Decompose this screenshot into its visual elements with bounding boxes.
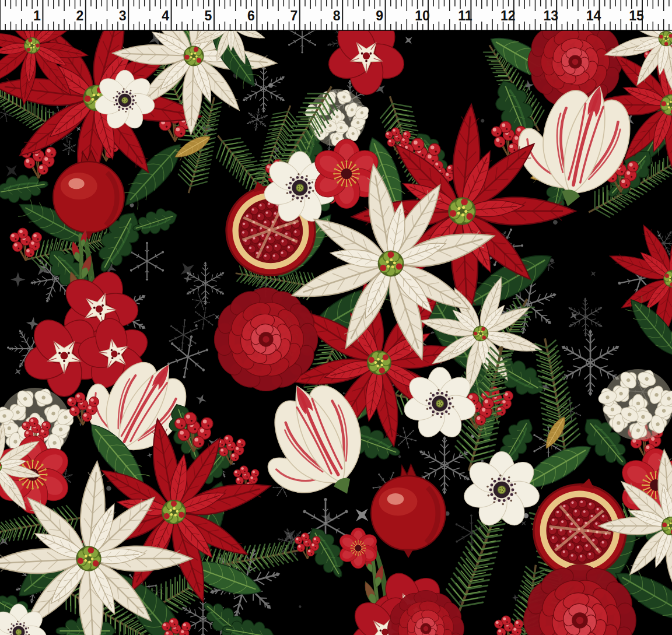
fabric-print-canvas: 12345678910111213141516: [0, 0, 672, 635]
ruler-number: 3: [119, 8, 127, 23]
ruler-number: 10: [415, 8, 430, 23]
ruler-number: 13: [543, 8, 558, 23]
ruler-number: 7: [290, 8, 298, 23]
ruler-number: 9: [376, 8, 383, 23]
ruler-number: 8: [333, 8, 341, 23]
inch-ruler: 12345678910111213141516: [0, 0, 672, 30]
ruler-number: 5: [205, 8, 212, 23]
ruler-number: 12: [501, 8, 516, 23]
ruler-number: 2: [76, 8, 83, 23]
ruler-number: 11: [458, 8, 473, 23]
ruler-number: 14: [586, 8, 601, 23]
ruler-number: 1: [33, 8, 41, 23]
ruler-number: 6: [247, 8, 255, 23]
fabric-swatch-photo: 12345678910111213141516: [0, 0, 672, 635]
ruler-number: 15: [629, 8, 644, 23]
ruler-number: 4: [162, 8, 169, 23]
